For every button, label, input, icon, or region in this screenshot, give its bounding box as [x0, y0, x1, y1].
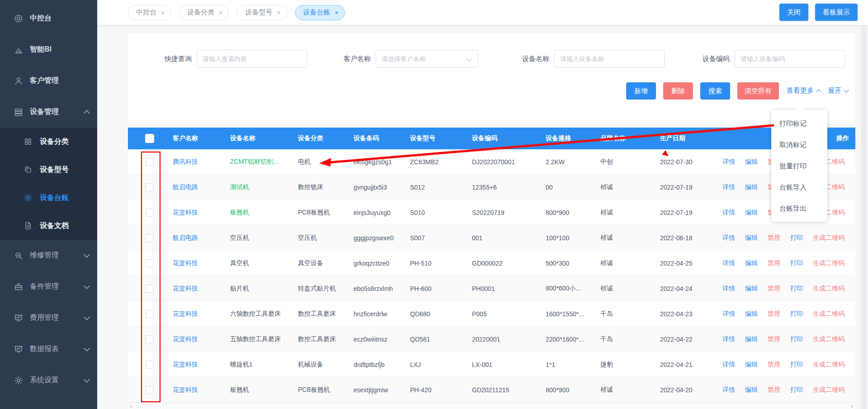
scroll-right-icon[interactable]: › — [851, 403, 853, 409]
detail-link[interactable]: 详情 — [722, 183, 735, 191]
row-checkbox[interactable] — [146, 386, 154, 394]
row-checkbox[interactable] — [146, 310, 154, 318]
sidebar-item-device-model[interactable]: 设备型号 — [0, 156, 97, 184]
generate-qrcode-link[interactable]: 生成二维码 — [813, 310, 844, 318]
sidebar-item-spare-parts-mgmt[interactable]: 备件管理 — [0, 271, 97, 302]
print-link[interactable]: 打印 — [790, 234, 803, 242]
detail-link[interactable]: 详情 — [722, 209, 735, 217]
detail-link[interactable]: 详情 — [722, 310, 735, 318]
edit-link[interactable]: 编辑 — [745, 234, 758, 242]
sidebar-item-device-docs[interactable]: 设备文档 — [0, 212, 97, 240]
vertical-scrollbar[interactable] — [861, 25, 867, 409]
detail-link[interactable]: 详情 — [722, 234, 735, 242]
close-button[interactable]: 关闭 — [779, 4, 808, 21]
row-checkbox[interactable] — [146, 259, 154, 267]
detail-link[interactable]: 详情 — [722, 259, 735, 267]
tab-device-model[interactable]: 设备型号× — [237, 5, 287, 20]
cell-customer[interactable]: 花篮科技 — [171, 259, 228, 267]
scroll-left-icon[interactable]: ‹ — [130, 403, 132, 409]
row-checkbox[interactable] — [146, 285, 154, 293]
dropdown-item-print-mark[interactable]: 打印标记 — [771, 113, 827, 134]
detail-link[interactable]: 详情 — [722, 158, 735, 166]
cell-customer[interactable]: 花篮科技 — [171, 310, 228, 318]
row-checkbox[interactable] — [146, 158, 154, 166]
row-checkbox[interactable] — [146, 335, 154, 343]
detail-link[interactable]: 详情 — [722, 386, 735, 394]
clear-all-button[interactable]: 清空所有 — [737, 82, 779, 100]
board-display-button[interactable]: 看板展示 — [815, 4, 858, 21]
expand-link[interactable]: 展开 — [828, 86, 848, 95]
cell-customer[interactable]: 花篮科技 — [171, 209, 228, 217]
edit-link[interactable]: 编辑 — [745, 310, 758, 318]
quick-search-input[interactable] — [197, 50, 307, 68]
generate-qrcode-link[interactable]: 生成二维码 — [813, 285, 844, 293]
edit-link[interactable]: 编辑 — [745, 183, 758, 191]
disable-link[interactable]: 禁用 — [768, 386, 780, 394]
print-link[interactable]: 打印 — [790, 386, 803, 394]
disable-link[interactable]: 禁用 — [768, 259, 780, 267]
dropdown-item-ledger-export[interactable]: 台账导出 — [771, 198, 827, 219]
edit-link[interactable]: 编辑 — [745, 361, 758, 369]
disable-link[interactable]: 禁用 — [768, 335, 780, 343]
cell-customer[interactable]: 花篮科技 — [171, 361, 228, 369]
cell-customer[interactable]: 花篮科技 — [171, 335, 228, 343]
generate-qrcode-link[interactable]: 生成二维码 — [813, 259, 844, 267]
detail-link[interactable]: 详情 — [722, 361, 735, 369]
disable-link[interactable]: 禁用 — [768, 234, 780, 242]
close-tab-icon[interactable]: × — [219, 9, 222, 16]
edit-link[interactable]: 编辑 — [745, 158, 758, 166]
disable-link[interactable]: 禁用 — [768, 361, 780, 369]
add-button[interactable]: 新增 — [626, 82, 656, 100]
view-more-link[interactable]: 查看更多 — [787, 86, 821, 95]
detail-link[interactable]: 详情 — [722, 335, 735, 343]
tab-device-category[interactable]: 设备分类× — [179, 5, 229, 20]
customer-name-select[interactable]: 请选择客户名称 — [376, 50, 478, 68]
generate-qrcode-link[interactable]: 生成二维码 — [813, 386, 844, 394]
cell-customer[interactable]: 航启电路 — [171, 183, 228, 191]
dropdown-item-ledger-import[interactable]: 台账导入 — [771, 176, 827, 198]
sidebar-item-console[interactable]: 中控台 — [0, 3, 97, 34]
sidebar-item-device-category[interactable]: 设备分类 — [0, 128, 97, 156]
detail-link[interactable]: 详情 — [722, 285, 735, 293]
edit-link[interactable]: 编辑 — [745, 209, 758, 217]
delete-button[interactable]: 删除 — [663, 82, 693, 100]
sidebar-item-smart-bi[interactable]: 智能BI — [0, 34, 97, 65]
edit-link[interactable]: 编辑 — [745, 386, 758, 394]
print-link[interactable]: 打印 — [790, 310, 803, 318]
row-checkbox[interactable] — [146, 361, 154, 369]
generate-qrcode-link[interactable]: 生成二维码 — [813, 335, 844, 343]
select-all-checkbox[interactable] — [145, 134, 154, 143]
sidebar-item-repair-mgmt[interactable]: 维修管理 — [0, 240, 97, 271]
sidebar-item-data-report[interactable]: 数据报表 — [0, 333, 97, 365]
search-button[interactable]: 搜索 — [700, 82, 730, 100]
cell-customer[interactable]: 花篮科技 — [171, 386, 228, 394]
dropdown-item-cancel-mark[interactable]: 取消标记 — [771, 134, 827, 155]
edit-link[interactable]: 编辑 — [745, 259, 758, 267]
cell-customer[interactable]: 腾讯科技 — [171, 158, 228, 166]
close-tab-icon[interactable]: × — [161, 9, 165, 16]
print-link[interactable]: 打印 — [790, 285, 803, 293]
row-checkbox[interactable] — [146, 234, 154, 242]
edit-link[interactable]: 编辑 — [745, 285, 758, 293]
sidebar-item-system-settings[interactable]: 系统设置 — [0, 365, 97, 396]
disable-link[interactable]: 禁用 — [768, 285, 780, 293]
device-code-input[interactable] — [735, 50, 845, 68]
dropdown-item-batch-print[interactable]: 批量打印 — [771, 155, 827, 176]
cell-customer[interactable]: 航启电路 — [171, 234, 228, 242]
sidebar-item-device-ledger[interactable]: 设备台账 — [0, 184, 97, 212]
close-tab-icon[interactable]: × — [335, 9, 339, 16]
edit-link[interactable]: 编辑 — [745, 335, 758, 343]
print-link[interactable]: 打印 — [790, 361, 803, 369]
generate-qrcode-link[interactable]: 生成二维码 — [813, 361, 844, 369]
close-tab-icon[interactable]: × — [277, 9, 280, 16]
horizontal-scrollbar[interactable]: ‹ › — [128, 403, 855, 409]
generate-qrcode-link[interactable]: 生成二维码 — [813, 234, 844, 242]
tab-console[interactable]: 中控台× — [128, 5, 171, 20]
tab-device-ledger[interactable]: 设备台账× — [295, 5, 345, 20]
sidebar-item-cost-mgmt[interactable]: 费用管理 — [0, 302, 97, 333]
sidebar-item-device-mgmt[interactable]: 设备管理 — [0, 96, 97, 128]
disable-link[interactable]: 禁用 — [768, 310, 780, 318]
device-name-input[interactable] — [554, 50, 665, 68]
row-checkbox[interactable] — [146, 183, 154, 191]
sidebar-item-customer-mgmt[interactable]: 客户管理 — [0, 65, 97, 96]
